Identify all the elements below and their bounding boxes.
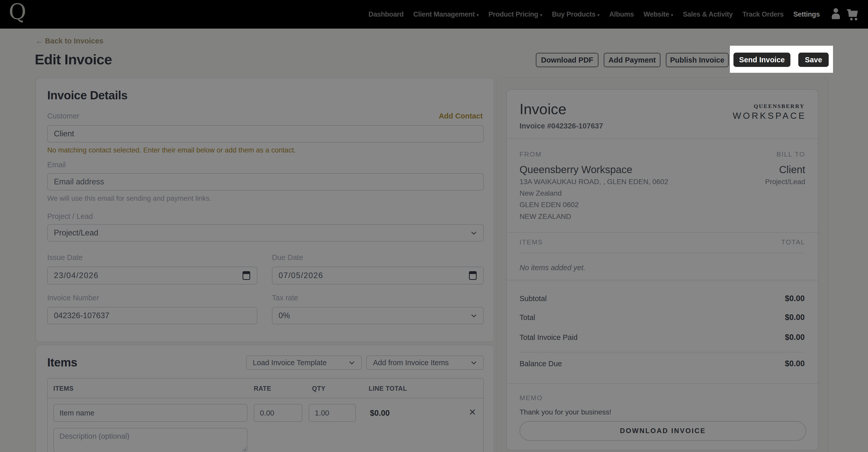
save-button[interactable]: Save: [798, 53, 829, 67]
send-invoice-button[interactable]: Send Invoice: [734, 53, 790, 67]
spotlight-highlight: Send Invoice Save: [730, 46, 833, 73]
edit-invoice-page: Q Dashboard Client Management▾ Product P…: [0, 0, 868, 452]
